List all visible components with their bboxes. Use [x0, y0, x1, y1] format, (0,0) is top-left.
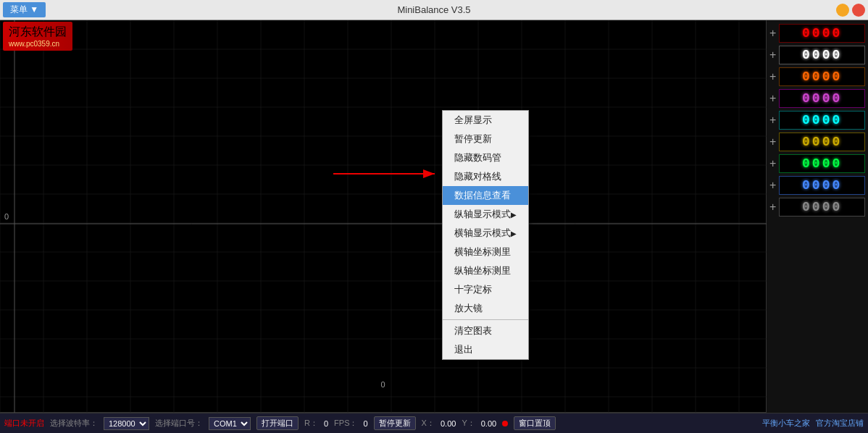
close-button[interactable] [852, 4, 865, 17]
menu-item-1[interactable]: 暂停更新 [443, 130, 528, 148]
menu-item-11[interactable]: 清空图表 [443, 321, 528, 340]
menu-item-7[interactable]: 横轴坐标测里 [443, 243, 528, 261]
channel-plus-7[interactable]: + [769, 179, 776, 192]
titlebar-controls [836, 4, 868, 17]
channel-plus-4[interactable]: + [769, 114, 776, 127]
link-home[interactable]: 平衡小车之家 [762, 418, 810, 429]
channel-row-3: +0000 [769, 88, 865, 109]
menu-item-2[interactable]: 隐藏数码管 [443, 148, 528, 167]
port-status: 端口未开启 [4, 418, 44, 429]
statusbar: 端口未开启 选择波特率： 128000 选择端口号： COM1 打开端口 R： … [0, 413, 868, 433]
y-value: 0.00 [481, 419, 496, 428]
channel-display-0: 0000 [779, 24, 865, 43]
titlebar-left: 菜单 ▼ [0, 2, 46, 17]
r-label: R： [304, 418, 318, 429]
channel-row-1: +0000 [769, 45, 865, 65]
x-label: X： [422, 418, 435, 429]
x-axis-label: 0 [380, 380, 385, 389]
channel-row-6: +0000 [769, 154, 865, 174]
menu-item-12[interactable]: 退出 [443, 340, 528, 359]
titlebar-title: MiniBalance V3.5 [397, 4, 470, 15]
port-label: 选择端口号： [155, 418, 203, 429]
channel-plus-5[interactable]: + [769, 135, 776, 148]
minimize-button[interactable] [836, 4, 849, 17]
status-indicator [502, 421, 508, 426]
channel-display-4: 0000 [779, 111, 865, 130]
channel-display-5: 0000 [779, 133, 865, 151]
channel-row-7: +0000 [769, 175, 865, 196]
y-label: Y： [462, 418, 475, 429]
baud-rate-select[interactable]: 128000 [104, 417, 149, 430]
logo-box: 河东软件园 www.pc0359.cn [3, 22, 72, 51]
chart-canvas [0, 20, 767, 413]
channel-display-7: 0000 [779, 176, 865, 195]
window-top-button[interactable]: 窗口置顶 [514, 416, 556, 430]
pause-update-button[interactable]: 暂停更新 [374, 416, 416, 430]
channel-plus-3[interactable]: + [769, 92, 776, 105]
menu-button[interactable]: 菜单 ▼ [3, 2, 46, 17]
menu-item-9[interactable]: 十字定标 [443, 280, 528, 299]
menu-item-10[interactable]: 放大镜 [443, 299, 528, 318]
submenu-arrow-icon: ▶ [511, 230, 517, 237]
menu-item-3[interactable]: 隐藏对格线 [443, 167, 528, 186]
channel-plus-6[interactable]: + [769, 157, 776, 170]
link-shop[interactable]: 官方淘宝店铺 [816, 418, 864, 429]
titlebar: 菜单 ▼ MiniBalance V3.5 [0, 0, 868, 20]
fps-label: FPS： [334, 418, 357, 429]
channel-row-4: +0000 [769, 110, 865, 130]
channel-display-6: 0000 [779, 154, 865, 173]
fps-value: 0 [363, 419, 367, 428]
channel-display-8: 0000 [779, 198, 865, 216]
channel-row-0: +0000 [769, 23, 865, 43]
channel-row-8: +0000 [769, 197, 865, 217]
context-menu: 全屏显示暂停更新隐藏数码管隐藏对格线数据信息查看纵轴显示模式▶横轴显示模式▶横轴… [442, 110, 529, 360]
logo-subtitle: www.pc0359.cn [9, 40, 67, 48]
menu-item-8[interactable]: 纵轴坐标测里 [443, 261, 528, 280]
submenu-arrow-icon: ▶ [511, 211, 517, 219]
right-panel: +0000+0000+0000+0000+0000+0000+0000+0000… [767, 20, 868, 413]
arrow-pointer [333, 163, 449, 188]
channel-display-3: 0000 [779, 89, 865, 108]
channel-plus-1[interactable]: + [769, 49, 776, 62]
port-select[interactable]: COM1 [209, 417, 251, 430]
main-chart-area: 0 0 [0, 20, 767, 413]
menu-item-6[interactable]: 横轴显示模式▶ [443, 224, 528, 243]
channel-row-5: +0000 [769, 132, 865, 152]
menu-item-0[interactable]: 全屏显示 [443, 111, 528, 130]
baud-rate-label: 选择波特率： [50, 418, 98, 429]
r-value: 0 [324, 419, 328, 428]
menu-item-4[interactable]: 数据信息查看 [443, 186, 528, 205]
channel-plus-0[interactable]: + [769, 27, 776, 40]
open-port-button[interactable]: 打开端口 [256, 416, 299, 430]
channel-row-2: +0000 [769, 67, 865, 87]
menu-item-5[interactable]: 纵轴显示模式▶ [443, 205, 528, 224]
logo-title: 河东软件园 [9, 25, 67, 40]
channel-display-1: 0000 [779, 46, 865, 64]
menu-separator [443, 319, 528, 320]
x-value: 0.00 [441, 419, 456, 428]
channel-display-2: 0000 [779, 67, 865, 86]
y-axis-label: 0 [4, 212, 9, 221]
channel-plus-8[interactable]: + [769, 201, 776, 214]
logo-area: 河东软件园 www.pc0359.cn [3, 22, 72, 51]
channel-plus-2[interactable]: + [769, 70, 776, 83]
